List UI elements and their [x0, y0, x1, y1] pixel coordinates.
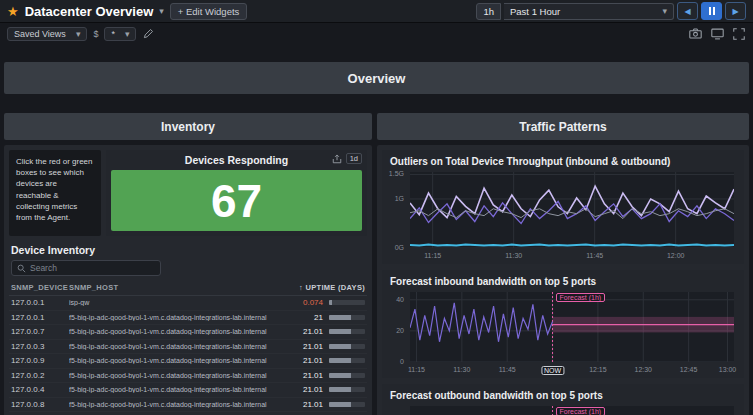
snapshot-button[interactable] — [688, 27, 703, 40]
cell-snmp-host: f5-big-ip-adc-good-byol-1-vm.c.datadog-i… — [69, 372, 273, 379]
top-bar: ★ Datacenter Overview ▾ + Edit Widgets 1… — [0, 0, 753, 23]
forecast-inbound-chart[interactable]: 02040Forecast (1h)11:1511:3011:45NOW12:1… — [386, 290, 740, 376]
uptime-bar — [329, 373, 365, 378]
uptime-bar — [329, 358, 365, 363]
time-forward-button[interactable]: ▶ — [725, 2, 746, 20]
table-row[interactable]: 127.0.0.9f5-big-ip-adc-good-byol-1-vm.c.… — [9, 354, 367, 369]
cell-snmp-device: 127.0.0.4 — [11, 385, 69, 394]
table-row[interactable]: 127.0.0.8f5-big-ip-adc-good-byol-1-vm.c.… — [9, 398, 367, 413]
pause-icon — [709, 7, 711, 15]
search-box[interactable] — [11, 260, 161, 276]
toolbar: Saved Views ▾ $ * ▾ — [0, 23, 753, 44]
table-row[interactable]: 127.0.0.1f5-big-ip-adc-good-byol-1-vm.c.… — [9, 311, 367, 326]
inventory-rows: 127.0.0.1isp-gw0.074127.0.0.1f5-big-ip-a… — [9, 296, 367, 415]
tv-icon — [711, 28, 724, 40]
table-row[interactable]: 127.0.0.2f5-big-ip-adc-good-byol-1-vm.c.… — [9, 369, 367, 384]
cell-snmp-host: f5-big-ip-adc-good-byol-1-vm.c.datadog-i… — [69, 401, 273, 408]
cell-snmp-host: f5-big-ip-adc-good-byol-1-vm.c.datadog-i… — [69, 357, 273, 364]
saved-views-select[interactable]: Saved Views ▾ — [7, 27, 87, 41]
time-range-short[interactable]: 1h — [476, 3, 501, 20]
device-inventory-widget: Device Inventory SNMP_DEVICE SNMP_HOST ↑… — [9, 242, 367, 415]
fullscreen-icon — [733, 28, 745, 40]
column-snmp-device[interactable]: SNMP_DEVICE — [11, 283, 69, 292]
cell-snmp-device: 127.0.0.9 — [11, 356, 69, 365]
cell-uptime: 0.074 — [273, 298, 323, 307]
search-icon — [17, 264, 26, 273]
template-variable-prefix: $ — [93, 29, 98, 39]
table-row[interactable]: 127.0.0.7f5-big-ip-adc-good-byol-1-vm.c.… — [9, 325, 367, 340]
devices-responding-value: 67 — [211, 178, 262, 224]
traffic-column: Traffic Patterns Outliers on Total Devic… — [377, 113, 749, 415]
uptime-bar — [329, 402, 365, 407]
template-variable-select[interactable]: * ▾ — [104, 27, 136, 41]
column-snmp-host[interactable]: SNMP_HOST — [69, 283, 273, 292]
export-icon[interactable] — [332, 154, 342, 164]
search-input[interactable] — [30, 263, 140, 273]
cell-snmp-host: f5-big-ip-adc-good-byol-1-vm.c.datadog-i… — [69, 314, 273, 321]
inventory-top-widgets: Click the red or green boxes to see whic… — [9, 150, 367, 236]
table-row[interactable]: 127.0.0.3f5-big-ip-adc-good-byol-1-vm.c.… — [9, 340, 367, 355]
uptime-bar — [329, 315, 365, 320]
table-row[interactable]: 127.0.0.1isp-gw0.074 — [9, 296, 367, 311]
uptime-bar — [329, 329, 365, 334]
cell-uptime: 21.01 — [273, 385, 323, 394]
device-inventory-title: Device Inventory — [11, 244, 367, 256]
cell-snmp-device: 127.0.0.7 — [11, 327, 69, 336]
cell-snmp-host: f5-big-ip-adc-good-byol-1-vm.c.datadog-i… — [69, 328, 273, 335]
edit-template-variables-button[interactable] — [142, 27, 155, 40]
dashboard-title: Datacenter Overview — [25, 4, 154, 19]
cell-uptime: 21 — [273, 313, 323, 322]
forecast-label: Forecast (1h) — [556, 407, 606, 415]
time-pause-button[interactable] — [701, 2, 722, 20]
cell-snmp-host: f5-big-ip-adc-good-byol-1-vm.c.datadog-i… — [69, 343, 273, 350]
forecast-outbound-chart[interactable]: Forecast (1h) — [386, 404, 740, 415]
time-back-button[interactable]: ◀ — [677, 2, 698, 20]
table-row[interactable]: 127.0.0.4f5-big-ip-adc-good-byol-1-vm.c.… — [9, 383, 367, 398]
group-header-overview[interactable]: Overview — [4, 62, 749, 94]
camera-icon — [689, 28, 702, 39]
outliers-chart-title: Outliers on Total Device Throughput (inb… — [390, 156, 740, 167]
time-range-select[interactable]: Past 1 Hour ▾ — [504, 3, 674, 20]
cell-uptime: 21.01 — [273, 400, 323, 409]
sort-up-icon: ↑ — [299, 283, 303, 292]
column-uptime[interactable]: ↑ UPTIME (DAYS) — [273, 283, 365, 292]
cell-uptime: 21.01 — [273, 356, 323, 365]
group-header-inventory[interactable]: Inventory — [4, 113, 372, 140]
outliers-chart[interactable]: 0G1G1.5G11:1511:3011:4512:00 — [386, 170, 740, 262]
inventory-group-body: Click the red or green boxes to see whic… — [4, 145, 372, 415]
cell-uptime: 21.01 — [273, 342, 323, 351]
cell-snmp-device: 127.0.0.1 — [11, 298, 69, 307]
dashboard-page: ★ Datacenter Overview ▾ + Edit Widgets 1… — [0, 0, 753, 415]
uptime-bar — [329, 387, 365, 392]
forecast-outbound-chart-widget: Forecast outbound bandwidth on top 5 por… — [382, 384, 744, 415]
devices-responding-widget: Devices Responding 1d 67 — [106, 150, 367, 236]
cell-snmp-device: 127.0.0.8 — [11, 400, 69, 409]
traffic-group-body: Outliers on Total Device Throughput (inb… — [377, 145, 749, 415]
inventory-column: Inventory Click the red or green boxes t… — [4, 113, 372, 415]
forecast-outbound-chart-title: Forecast outbound bandwidth on top 5 por… — [390, 390, 740, 401]
template-variable-value: * — [111, 29, 115, 39]
toolbar-right-icons — [688, 27, 746, 41]
saved-views-chevron-down-icon: ▾ — [76, 29, 81, 39]
devices-responding-header: Devices Responding 1d — [106, 150, 367, 170]
cell-uptime: 21.01 — [273, 371, 323, 380]
uptime-bar — [329, 344, 365, 349]
forecast-label: Forecast (1h) — [556, 293, 606, 302]
title-chevron-down-icon[interactable]: ▾ — [159, 6, 164, 16]
devices-responding-value-box[interactable]: 67 — [111, 170, 362, 231]
cell-snmp-device: 127.0.0.3 — [11, 342, 69, 351]
outliers-chart-widget: Outliers on Total Device Throughput (inb… — [382, 150, 744, 264]
group-header-traffic-patterns[interactable]: Traffic Patterns — [377, 113, 749, 140]
edit-widgets-button[interactable]: + Edit Widgets — [170, 3, 248, 20]
table-header[interactable]: SNMP_DEVICE SNMP_HOST ↑ UPTIME (DAYS) — [9, 283, 367, 296]
cell-snmp-host: f5-big-ip-adc-good-byol-1-vm.c.datadog-i… — [69, 386, 273, 393]
forecast-inbound-chart-widget: Forecast inbound bandwidth on top 5 port… — [382, 270, 744, 378]
tv-mode-button[interactable] — [710, 27, 725, 41]
fullscreen-button[interactable] — [732, 27, 746, 41]
pencil-icon — [143, 28, 154, 39]
devices-responding-icons: 1d — [332, 153, 362, 164]
cell-snmp-device: 127.0.0.1 — [11, 313, 69, 322]
favorite-star-icon[interactable]: ★ — [7, 5, 19, 18]
time-range-label: Past 1 Hour — [510, 6, 560, 17]
time-range-chevron-down-icon: ▾ — [662, 6, 667, 16]
